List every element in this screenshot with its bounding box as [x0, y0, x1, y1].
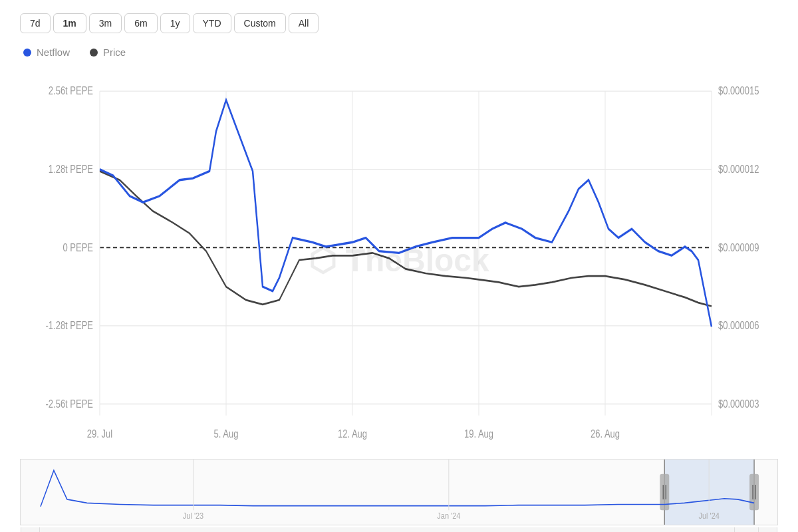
- legend-netflow: Netflow: [23, 47, 70, 58]
- btn-ytd[interactable]: YTD: [193, 13, 231, 33]
- time-range-selector: 7d 1m 3m 6m 1y YTD Custom All: [20, 13, 778, 33]
- nav-bar: ◀ ⋮⋮⋮ ▶: [21, 527, 777, 532]
- nav-left-btn[interactable]: ◀: [21, 527, 40, 533]
- svg-text:12. Aug: 12. Aug: [338, 427, 367, 440]
- main-chart-area: ⬡ TheBlock 2.56t PEPE 1.28t PEPE 0 PEPE …: [20, 65, 778, 456]
- btn-6m[interactable]: 6m: [124, 13, 157, 33]
- main-container: 7d 1m 3m 6m 1y YTD Custom All Netflow Pr…: [0, 0, 798, 532]
- svg-text:19. Aug: 19. Aug: [464, 427, 493, 440]
- legend-price: Price: [90, 47, 126, 58]
- price-dot: [90, 49, 98, 57]
- svg-text:$0.000006: $0.000006: [718, 319, 759, 331]
- svg-text:5. Aug: 5. Aug: [214, 427, 239, 440]
- svg-text:$0.000003: $0.000003: [718, 397, 759, 410]
- nav-right-btn[interactable]: ▶: [758, 527, 777, 533]
- svg-text:Jan '24: Jan '24: [437, 512, 461, 521]
- svg-text:-1.28t PEPE: -1.28t PEPE: [46, 319, 93, 331]
- price-label: Price: [103, 47, 126, 58]
- svg-text:$0.000009: $0.000009: [718, 241, 759, 253]
- btn-3m[interactable]: 3m: [89, 13, 122, 33]
- netflow-line: [100, 100, 712, 327]
- svg-text:Jul '23: Jul '23: [183, 512, 203, 521]
- svg-text:Jul '24: Jul '24: [698, 512, 720, 521]
- mini-chart-container: Jul '23 Jan '24 Jul '24 ◀ ⋮⋮⋮ ▶: [20, 459, 778, 525]
- svg-text:$0.000012: $0.000012: [718, 162, 759, 175]
- mini-chart-svg: Jul '23 Jan '24 Jul '24: [21, 460, 777, 525]
- price-line: [100, 171, 712, 306]
- svg-text:1.28t PEPE: 1.28t PEPE: [49, 162, 93, 175]
- btn-all[interactable]: All: [289, 13, 319, 33]
- netflow-label: Netflow: [37, 47, 70, 58]
- btn-custom[interactable]: Custom: [234, 13, 286, 33]
- svg-text:2.56t PEPE: 2.56t PEPE: [49, 84, 93, 97]
- svg-text:$0.000015: $0.000015: [718, 84, 759, 97]
- nav-center-btn[interactable]: ⋮⋮⋮: [734, 527, 758, 533]
- btn-1y[interactable]: 1y: [160, 13, 190, 33]
- svg-text:0 PEPE: 0 PEPE: [63, 241, 93, 253]
- main-chart-svg: 2.56t PEPE 1.28t PEPE 0 PEPE -1.28t PEPE…: [20, 65, 778, 456]
- svg-text:29. Jul: 29. Jul: [87, 427, 112, 440]
- btn-1m[interactable]: 1m: [53, 13, 86, 33]
- chart-legend: Netflow Price: [20, 47, 778, 58]
- btn-7d[interactable]: 7d: [20, 13, 51, 33]
- svg-text:-2.56t PEPE: -2.56t PEPE: [46, 397, 93, 410]
- svg-rect-33: [749, 474, 759, 510]
- netflow-dot: [23, 49, 31, 57]
- svg-text:26. Aug: 26. Aug: [591, 427, 620, 440]
